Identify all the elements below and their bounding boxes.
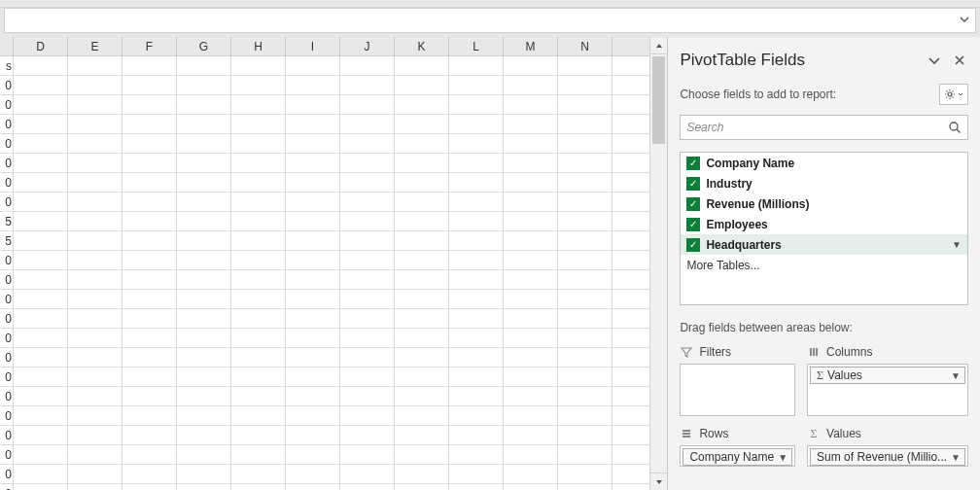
cell[interactable] <box>340 56 395 75</box>
columns-chip-values[interactable]: Σ Values ▼ <box>810 367 965 384</box>
cell[interactable] <box>177 465 231 483</box>
cell[interactable] <box>558 484 612 490</box>
cell[interactable] <box>395 231 449 250</box>
cell[interactable]: 0 <box>0 445 14 464</box>
values-chip[interactable]: Sum of Revenue (Millio... ▼ <box>810 448 965 466</box>
grid-row[interactable]: 0 <box>0 348 649 368</box>
cell[interactable] <box>177 173 231 192</box>
grid-row[interactable]: 0 <box>0 154 649 173</box>
cell[interactable] <box>558 154 612 172</box>
cell[interactable] <box>340 231 395 250</box>
cell[interactable]: s <box>0 56 14 75</box>
col-header[interactable]: J <box>340 37 395 55</box>
grid-row[interactable]: 0 <box>0 426 649 445</box>
cell[interactable] <box>449 76 504 94</box>
cell[interactable] <box>449 95 504 114</box>
cell[interactable] <box>504 406 558 425</box>
grid-row[interactable]: 0 <box>0 76 649 95</box>
cell[interactable] <box>231 134 286 153</box>
cell[interactable] <box>340 251 395 269</box>
cell[interactable] <box>122 484 177 490</box>
cell[interactable] <box>177 445 231 464</box>
cell[interactable] <box>122 270 177 289</box>
cell[interactable] <box>340 309 395 328</box>
cell[interactable] <box>122 465 177 483</box>
col-header[interactable]: L <box>449 37 504 55</box>
cell[interactable] <box>68 154 122 172</box>
cell[interactable] <box>231 115 286 133</box>
cell[interactable] <box>558 465 612 483</box>
cell[interactable] <box>68 56 122 75</box>
cell[interactable] <box>122 115 177 133</box>
more-tables-link[interactable]: More Tables... <box>681 255 967 275</box>
cell[interactable] <box>449 445 504 464</box>
cell[interactable] <box>449 134 504 153</box>
cell[interactable] <box>286 426 340 444</box>
cell[interactable] <box>395 251 449 269</box>
cell[interactable] <box>122 309 177 328</box>
cell[interactable] <box>177 387 231 405</box>
cell[interactable] <box>558 329 612 347</box>
cell[interactable] <box>395 95 449 114</box>
cell[interactable] <box>395 290 449 308</box>
cell[interactable] <box>558 231 612 250</box>
cell[interactable] <box>231 387 286 405</box>
cell[interactable] <box>449 387 504 405</box>
cell[interactable] <box>14 484 68 490</box>
cell[interactable] <box>231 426 286 444</box>
collapse-pane-icon[interactable] <box>926 52 943 69</box>
cell[interactable] <box>340 426 395 444</box>
cell[interactable] <box>449 270 504 289</box>
grid-row[interactable]: 0 <box>0 406 649 426</box>
cell[interactable] <box>558 348 612 367</box>
spreadsheet-grid[interactable]: D E F G H I J K L M N s00000005500000000… <box>0 37 649 490</box>
cell[interactable] <box>395 484 449 490</box>
grid-row[interactable]: 0 <box>0 251 649 270</box>
search-input[interactable] <box>686 121 944 134</box>
cell[interactable] <box>340 445 395 464</box>
cell[interactable]: 0 <box>0 173 14 192</box>
cell[interactable] <box>68 134 122 153</box>
cell[interactable]: 5 <box>0 231 14 250</box>
cell[interactable] <box>231 192 286 211</box>
cell[interactable] <box>231 251 286 269</box>
cell[interactable] <box>504 348 558 367</box>
checkbox-checked-icon[interactable]: ✓ <box>686 197 700 211</box>
grid-row[interactable]: 0 <box>0 445 649 465</box>
cell[interactable] <box>340 173 395 192</box>
cell[interactable] <box>504 387 558 405</box>
cell[interactable] <box>340 387 395 405</box>
cell[interactable] <box>504 231 558 250</box>
cell[interactable] <box>504 192 558 211</box>
cell[interactable] <box>504 368 558 386</box>
cell[interactable] <box>177 212 231 230</box>
cell[interactable] <box>449 290 504 308</box>
cell[interactable] <box>558 406 612 425</box>
grid-row[interactable]: 5 <box>0 212 649 231</box>
cell[interactable] <box>558 192 612 211</box>
cell[interactable] <box>504 56 558 75</box>
cell[interactable] <box>395 426 449 444</box>
cell[interactable] <box>231 270 286 289</box>
cell[interactable] <box>231 484 286 490</box>
cell[interactable]: 0 <box>0 484 14 490</box>
cell[interactable] <box>68 445 122 464</box>
cell[interactable] <box>504 95 558 114</box>
cell[interactable] <box>395 154 449 172</box>
cell[interactable] <box>122 251 177 269</box>
cell[interactable] <box>122 329 177 347</box>
cell[interactable] <box>14 387 68 405</box>
cell[interactable] <box>395 309 449 328</box>
cell[interactable] <box>122 56 177 75</box>
cell[interactable] <box>68 231 122 250</box>
cell[interactable] <box>68 192 122 211</box>
cell[interactable] <box>14 348 68 367</box>
cell[interactable] <box>286 56 340 75</box>
cell[interactable] <box>14 309 68 328</box>
cell[interactable] <box>68 387 122 405</box>
cell[interactable] <box>177 134 231 153</box>
cell[interactable] <box>286 115 340 133</box>
cell[interactable] <box>122 445 177 464</box>
cell[interactable] <box>14 173 68 192</box>
cell[interactable] <box>122 173 177 192</box>
